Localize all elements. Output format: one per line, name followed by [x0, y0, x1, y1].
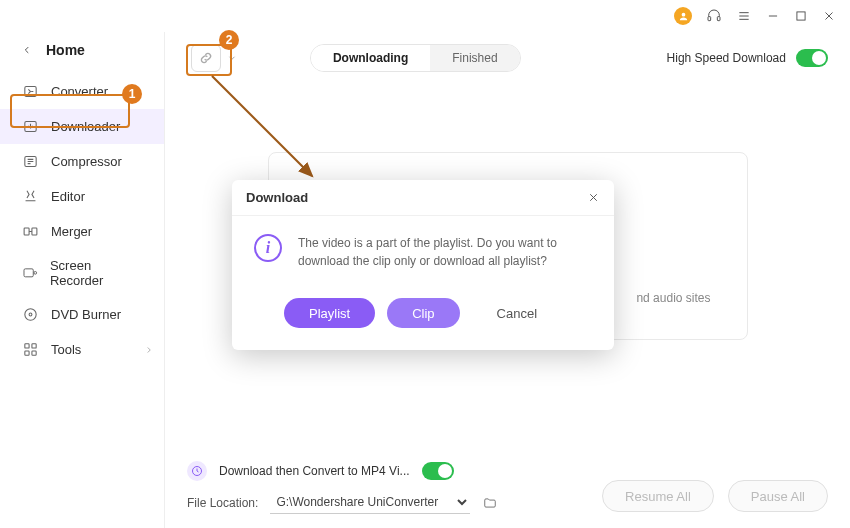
sidebar-item-dvd-burner[interactable]: DVD Burner	[0, 297, 164, 332]
resume-all-button[interactable]: Resume All	[602, 480, 714, 512]
sidebar-item-label: Screen Recorder	[50, 258, 142, 288]
maximize-icon[interactable]	[794, 9, 808, 23]
svg-rect-20	[25, 344, 29, 348]
home-row[interactable]: Home	[0, 38, 164, 74]
sidebar-item-downloader[interactable]: Downloader	[0, 109, 164, 144]
back-icon[interactable]	[22, 43, 32, 57]
sidebar-item-tools[interactable]: Tools	[0, 332, 164, 367]
folder-icon[interactable]	[482, 496, 498, 510]
svg-rect-2	[717, 17, 720, 21]
dialog-message: The video is a part of the playlist. Do …	[298, 234, 592, 270]
high-speed-label: High Speed Download	[667, 51, 786, 65]
svg-point-0	[681, 12, 685, 16]
sidebar-item-label: Tools	[51, 342, 81, 357]
file-location-select[interactable]: G:\Wondershare UniConverter	[270, 491, 470, 514]
sidebar-item-editor[interactable]: Editor	[0, 179, 164, 214]
paste-url-button[interactable]	[191, 44, 221, 72]
svg-point-17	[34, 271, 37, 274]
dialog-close-icon[interactable]	[587, 191, 600, 204]
drop-hint-fragment: nd audio sites	[636, 291, 710, 305]
sidebar-item-merger[interactable]: Merger	[0, 214, 164, 249]
minimize-icon[interactable]	[766, 9, 780, 23]
svg-point-18	[25, 309, 36, 320]
pause-all-button[interactable]: Pause All	[728, 480, 828, 512]
dvd-icon	[22, 306, 39, 323]
paste-dropdown-icon[interactable]	[227, 53, 237, 63]
clock-icon	[187, 461, 207, 481]
sidebar-item-label: DVD Burner	[51, 307, 121, 322]
svg-rect-14	[32, 228, 37, 235]
tab-downloading[interactable]: Downloading	[311, 45, 430, 71]
editor-icon	[22, 188, 39, 205]
sidebar-item-label: Downloader	[51, 119, 120, 134]
svg-rect-16	[24, 268, 33, 276]
svg-rect-13	[24, 228, 29, 235]
sidebar-item-converter[interactable]: Converter	[0, 74, 164, 109]
svg-rect-22	[25, 351, 29, 355]
sidebar: Home Converter Downloader Compressor Edi…	[0, 32, 165, 528]
file-location-label: File Location:	[187, 496, 258, 510]
tools-icon	[22, 341, 39, 358]
sidebar-item-label: Editor	[51, 189, 85, 204]
tabs: Downloading Finished	[310, 44, 521, 72]
download-dialog: Download i The video is a part of the pl…	[232, 180, 614, 350]
convert-label: Download then Convert to MP4 Vi...	[219, 464, 410, 478]
sidebar-item-label: Converter	[51, 84, 108, 99]
sidebar-item-screen-recorder[interactable]: Screen Recorder	[0, 249, 164, 297]
convert-toggle[interactable]	[422, 462, 454, 480]
menu-icon[interactable]	[736, 8, 752, 24]
downloader-icon	[22, 118, 39, 135]
link-plus-icon	[198, 50, 214, 66]
info-icon: i	[254, 234, 282, 262]
home-label: Home	[46, 42, 85, 58]
svg-rect-7	[797, 12, 805, 20]
sidebar-item-label: Merger	[51, 224, 92, 239]
clip-button[interactable]: Clip	[387, 298, 459, 328]
titlebar	[0, 0, 850, 32]
screen-recorder-icon	[22, 265, 38, 282]
dialog-title: Download	[246, 190, 308, 205]
playlist-button[interactable]: Playlist	[284, 298, 375, 328]
avatar[interactable]	[674, 7, 692, 25]
tab-label: Finished	[452, 51, 497, 65]
svg-rect-23	[32, 351, 36, 355]
close-icon[interactable]	[822, 9, 836, 23]
headset-icon[interactable]	[706, 8, 722, 24]
svg-rect-21	[32, 344, 36, 348]
tab-label: Downloading	[333, 51, 408, 65]
converter-icon	[22, 83, 39, 100]
high-speed-toggle[interactable]	[796, 49, 828, 67]
chevron-right-icon	[144, 345, 154, 355]
merger-icon	[22, 223, 39, 240]
compressor-icon	[22, 153, 39, 170]
svg-point-19	[29, 313, 32, 316]
sidebar-item-compressor[interactable]: Compressor	[0, 144, 164, 179]
svg-rect-1	[708, 17, 711, 21]
tab-finished[interactable]: Finished	[430, 45, 519, 71]
sidebar-item-label: Compressor	[51, 154, 122, 169]
cancel-button[interactable]: Cancel	[472, 298, 562, 328]
